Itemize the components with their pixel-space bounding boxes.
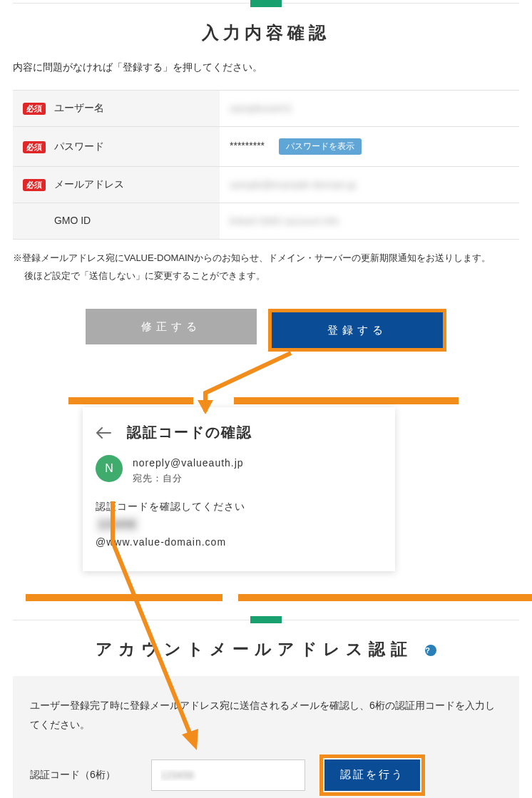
email-body-line: @www.value-domain.com [96,533,382,551]
back-arrow-icon[interactable] [96,425,111,441]
verify-button[interactable]: 認証を行う [324,759,420,791]
email-preview-card: 認証コードの確認 N noreply@valueauth.jp 宛先：自分 認証… [83,407,395,571]
required-badge: 必須 [23,103,46,115]
section-separator [13,618,519,621]
register-button[interactable]: 登録する [272,312,443,348]
required-badge: 必須 [23,179,46,191]
gmoid-label: GMO ID [54,215,91,226]
table-row: 必須 GMO ID linked GMO account info [13,203,519,240]
help-icon[interactable]: ? [425,645,436,656]
confirmation-table: 必須 ユーザー名 sampleuser01 必須 パスワード *********… [13,90,519,240]
annotation-bar [234,397,459,404]
table-row: 必須 メールアドレス sample@example-domain.jp [13,167,519,203]
note-text: ※登録メールアドレス宛にVALUE-DOMAINからのお知らせ、ドメイン・サーバ… [13,250,519,285]
annotation-bar [68,397,193,404]
table-row: 必須 ユーザー名 sampleuser01 [13,91,519,127]
email-label: メールアドレス [54,178,124,190]
auth-panel: ユーザー登録完了時に登録メールアドレス宛に送信されるメールを確認し、6桁の認証用… [13,676,519,798]
header-separator [13,0,519,6]
highlight-frame: 登録する [268,309,446,352]
avatar: N [96,455,123,482]
auth-code-masked: 123456 [96,516,139,533]
annotation-bar [26,594,222,601]
email-value: sample@example-domain.jp [230,179,357,190]
annotation-bar [238,594,532,601]
section-accent-tab [250,616,282,623]
recipient-value: 自分 [163,473,183,484]
edit-button[interactable]: 修正する [86,309,257,344]
table-row: 必須 パスワード ********* パスワードを表示 [13,127,519,167]
username-value: sampleuser01 [230,103,292,114]
auth-code-input[interactable] [151,759,305,791]
gmoid-value: linked GMO account info [230,215,339,227]
auth-description: ユーザー登録完了時に登録メールアドレス宛に送信されるメールを確認し、6桁の認証用… [30,696,502,734]
instruction-text: 内容に問題がなければ「登録する」を押してください。 [13,61,519,74]
show-password-button[interactable]: パスワードを表示 [279,138,362,155]
password-masked: ********* [230,140,265,151]
required-badge: 必須 [23,141,46,153]
email-body-line: 認証コードを確認してください [96,498,382,516]
sender-address: noreply@valueauth.jp [133,455,244,471]
section-title: アカウントメールアドレス認証 ? [13,638,519,660]
username-label: ユーザー名 [54,102,104,113]
password-label: パスワード [54,140,104,152]
highlight-frame: 認証を行う [319,754,425,796]
recipient-label: 宛先： [133,473,163,484]
auth-code-label: 認証コード（6桁） [30,769,137,782]
email-subject: 認証コードの確認 [127,423,252,442]
page-title: 入力内容確認 [13,21,519,44]
header-accent-tab [250,0,282,7]
